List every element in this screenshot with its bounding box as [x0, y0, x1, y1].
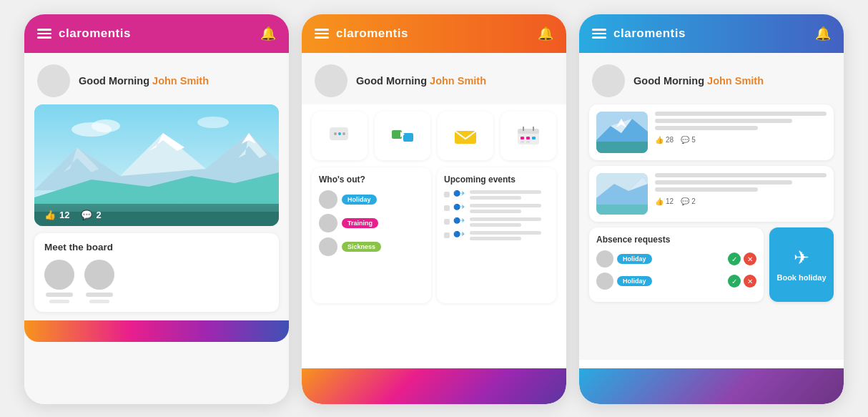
- action-icons-1: ✓ ✕: [728, 252, 756, 265]
- absence-avatar-1: [596, 250, 613, 268]
- greeting-row-1: Good Morning John Smith: [24, 53, 289, 104]
- bell-icon-2[interactable]: 🔔: [538, 26, 553, 41]
- ue-icon-2: 🔵✈: [453, 204, 465, 210]
- member-line-1: [46, 293, 73, 297]
- phone1-content: 👍 12 💬 2 Meet the board: [24, 104, 289, 404]
- svg-point-12: [197, 117, 229, 128]
- header-logo-2: claromentis: [315, 26, 408, 41]
- cross-icon-1[interactable]: ✕: [744, 252, 756, 265]
- hamburger-icon-2[interactable]: [315, 29, 329, 39]
- board-members: [44, 260, 269, 303]
- absence-badge-2: Holiday: [617, 276, 652, 286]
- board-member-1: [44, 260, 74, 303]
- two-col-cards: Who's out? Holiday Training Sickness Upc…: [302, 167, 566, 310]
- wo-avatar-3: [319, 237, 337, 256]
- news-thumb-2: [596, 173, 648, 215]
- greeting-text-1: Good Morning John Smith: [79, 74, 209, 88]
- header-bar-1: claromentis 🔔: [24, 14, 289, 53]
- svg-point-15: [338, 132, 341, 135]
- svg-rect-25: [532, 137, 536, 139]
- ue-dot-4: [444, 232, 450, 238]
- svg-rect-38: [596, 205, 648, 215]
- news-card-2: 👍 12 💬 2: [589, 166, 834, 222]
- book-holiday-tile[interactable]: ✈ Book holiday: [769, 227, 834, 302]
- greeting-name-2: John Smith: [430, 75, 486, 87]
- header-bar-3: claromentis 🔔: [579, 14, 844, 53]
- header-logo-1: claromentis: [37, 26, 131, 41]
- ue-row-1: 🔵✈: [444, 190, 549, 200]
- greeting-name-1: John Smith: [152, 75, 209, 87]
- comment-icon-1: 💬: [81, 210, 92, 220]
- badge-training: Training: [342, 218, 378, 228]
- phone3-content: 👍 28 💬 5 👍 12 💬: [579, 104, 844, 360]
- svg-rect-23: [521, 137, 524, 139]
- greeting-row-2: Good Morning John Smith: [302, 53, 566, 104]
- news-comments-1: 💬 5: [681, 136, 696, 144]
- ue-line-4b: [470, 237, 521, 240]
- news-thumb-1: [596, 112, 648, 153]
- ue-row-3: 🔵✈: [444, 217, 549, 227]
- whos-out-title: Who's out?: [319, 175, 424, 185]
- hamburger-icon-1[interactable]: [37, 29, 51, 39]
- ue-line-2a: [470, 204, 541, 207]
- svg-point-11: [92, 119, 120, 132]
- wo-avatar-2: [319, 214, 337, 232]
- svg-rect-24: [526, 137, 530, 139]
- header-logo-3: claromentis: [592, 26, 686, 41]
- svg-rect-27: [526, 141, 530, 143]
- bell-icon-3[interactable]: 🔔: [815, 26, 831, 41]
- wo-row-2: Training: [319, 214, 424, 232]
- absence-row-2: Holiday ✓ ✕: [596, 273, 756, 290]
- svg-rect-26: [521, 141, 524, 143]
- cross-icon-2[interactable]: ✕: [744, 275, 756, 288]
- news-likes-2: 👍 12: [655, 197, 674, 205]
- board-member-2: [84, 260, 114, 303]
- check-icon-2[interactable]: ✓: [728, 275, 741, 288]
- hero-image-1: 👍 12 💬 2: [34, 104, 279, 226]
- absence-title: Absence requests: [596, 235, 756, 245]
- icon-tile-chat[interactable]: [312, 112, 368, 160]
- phone-frame-2: claromentis 🔔 Good Morning John Smith: [302, 14, 566, 404]
- icon-tile-calendar[interactable]: [500, 112, 556, 160]
- bottom-wave-2: [302, 368, 566, 404]
- logo-text-2: claromentis: [336, 26, 408, 41]
- phone-frame-1: claromentis 🔔 Good Morning John Smith: [24, 14, 289, 404]
- ue-lines-3: [470, 217, 549, 227]
- bell-icon-1[interactable]: 🔔: [260, 26, 276, 41]
- wo-avatar-1: [319, 190, 337, 209]
- wo-row-1: Holiday: [319, 190, 424, 209]
- logo-text-1: claromentis: [59, 26, 131, 41]
- meet-board-card: Meet the board: [34, 233, 279, 312]
- news-line-2a: [655, 173, 827, 177]
- header-bar-2: claromentis 🔔: [302, 14, 566, 53]
- svg-point-16: [342, 132, 345, 135]
- member-line2-1: [49, 300, 69, 303]
- meet-board-title: Meet the board: [44, 242, 269, 252]
- avatar-2: [315, 64, 347, 97]
- action-icons-2: ✓ ✕: [728, 275, 756, 288]
- check-icon-1[interactable]: ✓: [728, 252, 741, 265]
- ue-lines-2: [470, 204, 549, 213]
- icon-tile-mail[interactable]: [438, 112, 493, 160]
- hero-footer-1: 👍 12 💬 2: [34, 204, 279, 226]
- hamburger-icon-3[interactable]: [592, 29, 606, 39]
- bottom-wave-3: [579, 368, 844, 404]
- icon-tile-transfer[interactable]: [375, 112, 430, 160]
- badge-sickness: Sickness: [342, 242, 381, 252]
- greeting-text-3: Good Morning John Smith: [633, 74, 764, 88]
- wo-row-3: Sickness: [319, 237, 424, 256]
- ue-line-3a: [470, 217, 541, 221]
- absence-badge-1: Holiday: [617, 254, 652, 264]
- member-avatar-2: [84, 260, 114, 290]
- member-line-2: [86, 293, 113, 297]
- svg-rect-22: [518, 129, 539, 134]
- svg-rect-17: [392, 130, 402, 139]
- absence-avatar-2: [596, 273, 613, 290]
- news-footer-2: 👍 12 💬 2: [655, 197, 827, 205]
- ue-icon-4: 🔵✈: [453, 231, 465, 237]
- ue-row-2: 🔵✈: [444, 204, 549, 213]
- ue-dot-1: [444, 192, 450, 197]
- greeting-name-3: John Smith: [707, 75, 764, 87]
- svg-rect-18: [403, 133, 413, 142]
- greeting-text-2: Good Morning John Smith: [356, 74, 486, 88]
